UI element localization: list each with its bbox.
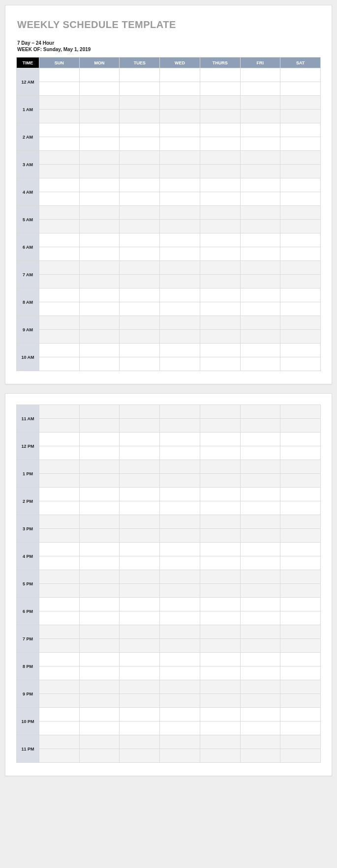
schedule-cell[interactable]: [39, 178, 80, 192]
schedule-cell[interactable]: [160, 556, 200, 570]
schedule-cell[interactable]: [160, 515, 200, 529]
schedule-cell[interactable]: [79, 110, 120, 123]
schedule-cell[interactable]: [39, 488, 80, 501]
schedule-cell[interactable]: [280, 178, 321, 192]
schedule-cell[interactable]: [160, 488, 200, 501]
schedule-cell[interactable]: [120, 584, 160, 598]
schedule-cell[interactable]: [39, 220, 80, 233]
schedule-cell[interactable]: [39, 96, 80, 110]
schedule-cell[interactable]: [39, 357, 80, 371]
schedule-cell[interactable]: [120, 151, 160, 165]
schedule-cell[interactable]: [39, 694, 80, 708]
schedule-cell[interactable]: [160, 165, 200, 178]
schedule-cell[interactable]: [39, 570, 80, 584]
schedule-cell[interactable]: [280, 680, 321, 694]
schedule-cell[interactable]: [160, 722, 200, 735]
schedule-cell[interactable]: [39, 460, 80, 474]
schedule-cell[interactable]: [79, 302, 120, 316]
schedule-cell[interactable]: [280, 247, 321, 261]
schedule-cell[interactable]: [79, 123, 120, 137]
schedule-cell[interactable]: [240, 178, 280, 192]
schedule-cell[interactable]: [280, 405, 321, 419]
schedule-cell[interactable]: [79, 433, 120, 446]
schedule-cell[interactable]: [120, 708, 160, 722]
schedule-cell[interactable]: [120, 749, 160, 763]
schedule-cell[interactable]: [200, 123, 240, 137]
schedule-cell[interactable]: [240, 151, 280, 165]
schedule-cell[interactable]: [240, 123, 280, 137]
schedule-cell[interactable]: [280, 474, 321, 488]
schedule-cell[interactable]: [160, 289, 200, 302]
schedule-cell[interactable]: [79, 275, 120, 289]
schedule-cell[interactable]: [160, 206, 200, 220]
schedule-cell[interactable]: [39, 653, 80, 666]
schedule-cell[interactable]: [160, 316, 200, 330]
schedule-cell[interactable]: [240, 289, 280, 302]
schedule-cell[interactable]: [280, 446, 321, 460]
schedule-cell[interactable]: [79, 735, 120, 749]
schedule-cell[interactable]: [120, 289, 160, 302]
schedule-cell[interactable]: [120, 233, 160, 247]
schedule-cell[interactable]: [39, 735, 80, 749]
schedule-cell[interactable]: [160, 708, 200, 722]
schedule-cell[interactable]: [39, 584, 80, 598]
schedule-cell[interactable]: [200, 488, 240, 501]
schedule-cell[interactable]: [120, 82, 160, 96]
schedule-cell[interactable]: [120, 694, 160, 708]
schedule-cell[interactable]: [200, 96, 240, 110]
schedule-cell[interactable]: [120, 722, 160, 735]
schedule-cell[interactable]: [79, 233, 120, 247]
schedule-cell[interactable]: [120, 653, 160, 666]
schedule-cell[interactable]: [39, 302, 80, 316]
schedule-cell[interactable]: [160, 110, 200, 123]
schedule-cell[interactable]: [240, 137, 280, 151]
schedule-cell[interactable]: [280, 584, 321, 598]
schedule-cell[interactable]: [79, 543, 120, 556]
schedule-cell[interactable]: [39, 529, 80, 543]
schedule-cell[interactable]: [120, 598, 160, 611]
schedule-cell[interactable]: [120, 137, 160, 151]
schedule-cell[interactable]: [39, 680, 80, 694]
schedule-cell[interactable]: [39, 419, 80, 433]
schedule-cell[interactable]: [120, 405, 160, 419]
schedule-cell[interactable]: [79, 749, 120, 763]
schedule-cell[interactable]: [79, 192, 120, 206]
schedule-cell[interactable]: [200, 474, 240, 488]
schedule-cell[interactable]: [200, 611, 240, 625]
schedule-cell[interactable]: [280, 694, 321, 708]
schedule-cell[interactable]: [240, 474, 280, 488]
schedule-cell[interactable]: [200, 529, 240, 543]
schedule-cell[interactable]: [240, 694, 280, 708]
schedule-cell[interactable]: [160, 639, 200, 653]
schedule-cell[interactable]: [280, 357, 321, 371]
schedule-cell[interactable]: [280, 96, 321, 110]
schedule-cell[interactable]: [240, 357, 280, 371]
schedule-cell[interactable]: [39, 639, 80, 653]
schedule-cell[interactable]: [200, 653, 240, 666]
schedule-cell[interactable]: [120, 488, 160, 501]
schedule-cell[interactable]: [39, 82, 80, 96]
schedule-cell[interactable]: [280, 261, 321, 275]
schedule-cell[interactable]: [280, 570, 321, 584]
schedule-cell[interactable]: [280, 529, 321, 543]
schedule-cell[interactable]: [39, 515, 80, 529]
schedule-cell[interactable]: [240, 708, 280, 722]
schedule-cell[interactable]: [240, 419, 280, 433]
schedule-cell[interactable]: [200, 515, 240, 529]
schedule-cell[interactable]: [160, 302, 200, 316]
schedule-cell[interactable]: [200, 749, 240, 763]
schedule-cell[interactable]: [160, 419, 200, 433]
schedule-cell[interactable]: [120, 570, 160, 584]
schedule-cell[interactable]: [120, 220, 160, 233]
schedule-cell[interactable]: [240, 556, 280, 570]
schedule-cell[interactable]: [240, 247, 280, 261]
schedule-cell[interactable]: [120, 639, 160, 653]
schedule-cell[interactable]: [280, 543, 321, 556]
schedule-cell[interactable]: [200, 598, 240, 611]
schedule-cell[interactable]: [240, 598, 280, 611]
schedule-cell[interactable]: [160, 357, 200, 371]
schedule-cell[interactable]: [79, 611, 120, 625]
schedule-cell[interactable]: [39, 598, 80, 611]
schedule-cell[interactable]: [160, 68, 200, 82]
schedule-cell[interactable]: [39, 405, 80, 419]
